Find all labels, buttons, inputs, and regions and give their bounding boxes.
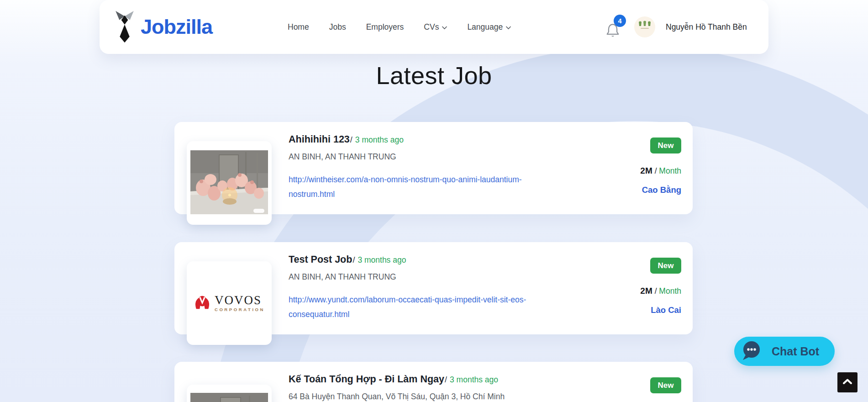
plants-avatar-icon — [637, 20, 652, 34]
job-location-link[interactable]: Lào Cai — [651, 305, 681, 315]
vovos-logo: VOVOS CORPORATION — [194, 294, 265, 312]
job-address: AN BINH, AN THANH TRUNG — [289, 152, 396, 162]
pig-plushies-photo — [190, 144, 268, 222]
nav-label: CVs — [424, 22, 439, 32]
job-card: VOVOS CORPORATION Test Post Job / 3 mont… — [174, 242, 693, 334]
chevron-down-icon — [506, 22, 511, 32]
salary-separator: / — [652, 286, 659, 296]
job-thumbnail[interactable] — [187, 141, 272, 225]
job-salary: 2M / Month — [640, 286, 681, 296]
title-separator: / — [445, 375, 447, 385]
salary-separator: / — [652, 166, 659, 175]
job-title-row[interactable]: Ahihihihi 123 / 3 months ago — [289, 134, 404, 145]
job-title: Ahihihihi 123 — [289, 134, 350, 145]
job-thumbnail[interactable] — [187, 385, 272, 402]
scroll-to-top-button[interactable] — [837, 372, 857, 392]
user-avatar[interactable] — [634, 16, 655, 37]
office-room-photo — [190, 387, 268, 402]
tie-icon — [113, 9, 136, 45]
vovos-wordmark: VOVOS CORPORATION — [215, 294, 265, 312]
nav-item-language[interactable]: Language — [467, 22, 511, 32]
job-salary: 2M / Month — [640, 166, 681, 176]
job-posted-time: 3 months ago — [450, 375, 498, 385]
main-nav: Home Jobs Employers CVs Language — [288, 0, 511, 54]
notification-count-badge: 4 — [614, 15, 626, 27]
job-posted-time: 3 months ago — [355, 135, 404, 145]
nav-label: Home — [288, 22, 309, 32]
salary-period: Month — [659, 286, 681, 296]
job-url-link[interactable]: http://www.yundt.com/laborum-occaecati-q… — [289, 292, 539, 322]
job-url-link[interactable]: http://wintheiser.com/a-non-omnis-nostru… — [289, 172, 539, 201]
job-posted-time: 3 months ago — [358, 255, 406, 265]
vovos-name: VOVOS — [215, 294, 262, 306]
chatbot-label: Chat Bot — [772, 345, 819, 358]
nav-item-jobs[interactable]: Jobs — [329, 22, 346, 32]
job-title: Test Post Job — [289, 254, 352, 265]
job-card: Ahihihihi 123 / 3 months ago AN BINH, AN… — [174, 122, 693, 214]
job-thumbnail[interactable]: VOVOS CORPORATION — [187, 261, 272, 345]
salary-period: Month — [659, 166, 681, 175]
job-location-link[interactable]: Cao Bằng — [642, 185, 681, 195]
brand-name: Jobzilla — [141, 15, 212, 39]
new-badge: New — [650, 377, 681, 393]
job-address: 64 Bà Huyện Thanh Quan, Võ Thị Sáu, Quận… — [289, 392, 505, 402]
notifications-button[interactable]: 4 — [605, 15, 632, 44]
page-title: Latest Job — [0, 61, 868, 90]
chat-bubble-icon — [741, 339, 763, 363]
salary-amount: 2M — [640, 166, 652, 175]
nav-label: Jobs — [329, 22, 346, 32]
job-title-row[interactable]: Test Post Job / 3 months ago — [289, 254, 406, 265]
job-card: Kế Toán Tổng Hợp - Đi Làm Ngay / 3 month… — [174, 362, 693, 402]
chatbot-button[interactable]: Chat Bot — [734, 337, 835, 366]
new-badge: New — [650, 138, 681, 153]
brand-logo[interactable]: Jobzilla — [113, 0, 212, 54]
nav-label: Language — [467, 22, 503, 32]
nav-item-cvs[interactable]: CVs — [424, 22, 447, 32]
nav-label: Employers — [366, 22, 404, 32]
title-separator: / — [350, 135, 352, 145]
job-address: AN BINH, AN THANH TRUNG — [289, 272, 396, 282]
tulip-icon — [194, 294, 211, 312]
nav-item-home[interactable]: Home — [288, 22, 309, 32]
vovos-subtitle: CORPORATION — [215, 307, 265, 312]
title-separator: / — [352, 255, 355, 265]
new-badge: New — [650, 258, 681, 274]
chevron-down-icon — [442, 22, 447, 32]
salary-amount: 2M — [640, 286, 652, 296]
user-name[interactable]: Nguyễn Hồ Thanh Bền — [666, 0, 747, 54]
nav-item-employers[interactable]: Employers — [366, 22, 404, 32]
job-title: Kế Toán Tổng Hợp - Đi Làm Ngay — [289, 374, 444, 385]
chevron-up-icon — [842, 378, 852, 386]
top-navbar: Jobzilla Home Jobs Employers CVs Languag… — [100, 0, 768, 54]
job-title-row[interactable]: Kế Toán Tổng Hợp - Đi Làm Ngay / 3 month… — [289, 374, 498, 385]
